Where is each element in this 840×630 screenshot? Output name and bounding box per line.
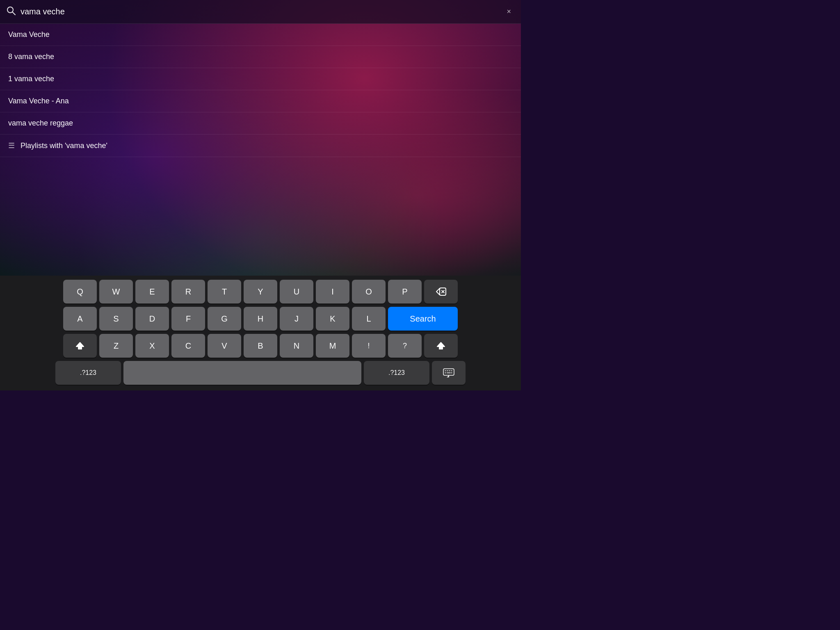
key-y[interactable]: Y — [244, 280, 277, 304]
suggestion-item[interactable]: 8 vama veche — [0, 46, 521, 68]
key-l[interactable]: L — [352, 307, 386, 331]
shift-left-key[interactable] — [63, 334, 97, 358]
key-z[interactable]: Z — [99, 334, 133, 358]
key-i[interactable]: I — [316, 280, 349, 304]
suggestion-item[interactable]: 1 vama veche — [0, 68, 521, 90]
key-v[interactable]: V — [208, 334, 241, 358]
key-k[interactable]: K — [316, 307, 349, 331]
key-a[interactable]: A — [63, 307, 97, 331]
keyboard-row-1: Q W E R T Y U I O P — [2, 280, 518, 304]
key-j[interactable]: J — [280, 307, 313, 331]
key-m[interactable]: M — [316, 334, 349, 358]
num-key-right[interactable]: .?123 — [364, 361, 429, 385]
key-o[interactable]: O — [352, 280, 386, 304]
playlist-suggestion-item[interactable]: ☰ Playlists with 'vama veche' — [0, 135, 521, 157]
key-h[interactable]: H — [244, 307, 277, 331]
keyboard-row-4: .?123 .?123 — [2, 361, 518, 385]
key-q[interactable]: Q — [63, 280, 97, 304]
key-w[interactable]: W — [99, 280, 133, 304]
svg-line-1 — [13, 12, 16, 15]
backspace-key[interactable] — [424, 280, 458, 304]
key-g[interactable]: G — [208, 307, 241, 331]
key-e[interactable]: E — [135, 280, 169, 304]
keyboard-hide-key[interactable] — [432, 361, 466, 385]
key-question[interactable]: ? — [388, 334, 422, 358]
key-t[interactable]: T — [208, 280, 241, 304]
keyboard: Q W E R T Y U I O P A S D F G H J K L Se… — [0, 276, 521, 390]
key-exclamation[interactable]: ! — [352, 334, 386, 358]
key-p[interactable]: P — [388, 280, 422, 304]
key-x[interactable]: X — [135, 334, 169, 358]
suggestion-item[interactable]: Vama Veche — [0, 24, 521, 46]
key-n[interactable]: N — [280, 334, 313, 358]
svg-rect-5 — [443, 369, 454, 375]
num-key-left[interactable]: .?123 — [55, 361, 121, 385]
key-u[interactable]: U — [280, 280, 313, 304]
key-b[interactable]: B — [244, 334, 277, 358]
shift-right-key[interactable] — [424, 334, 458, 358]
key-c[interactable]: C — [171, 334, 205, 358]
search-icon — [7, 6, 16, 18]
suggestions-list: Vama Veche 8 vama veche 1 vama veche Vam… — [0, 24, 521, 157]
keyboard-row-3: Z X C V B N M ! ? — [2, 334, 518, 358]
search-bar: × — [0, 0, 521, 24]
playlist-icon: ☰ — [8, 141, 15, 150]
key-f[interactable]: F — [171, 307, 205, 331]
suggestion-item[interactable]: vama veche reggae — [0, 112, 521, 135]
space-key[interactable] — [123, 361, 361, 385]
search-input[interactable] — [21, 7, 503, 16]
key-s[interactable]: S — [99, 307, 133, 331]
key-d[interactable]: D — [135, 307, 169, 331]
suggestion-item[interactable]: Vama Veche - Ana — [0, 90, 521, 112]
keyboard-row-2: A S D F G H J K L Search — [2, 307, 518, 331]
search-button[interactable]: Search — [388, 307, 458, 331]
clear-button[interactable]: × — [503, 6, 514, 18]
key-r[interactable]: R — [171, 280, 205, 304]
